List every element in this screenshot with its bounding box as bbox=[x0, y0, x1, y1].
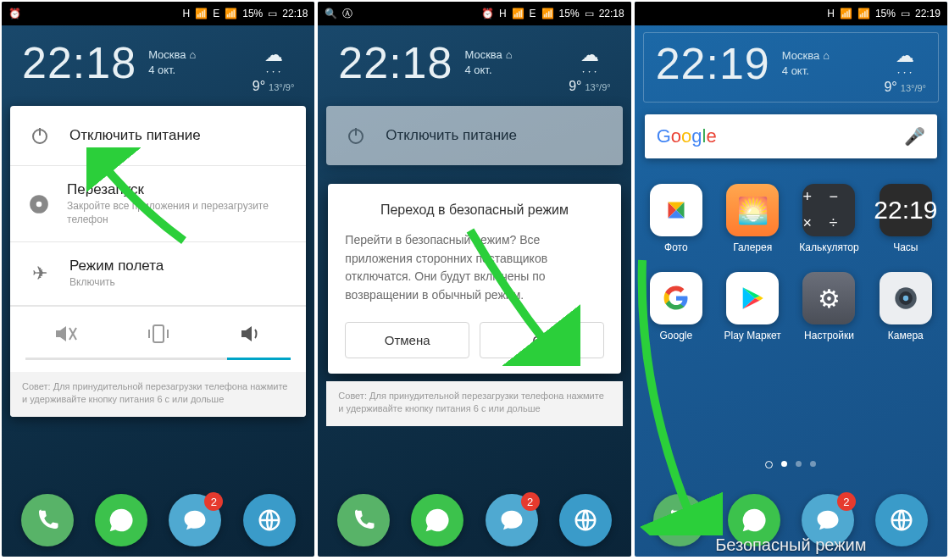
app-gallery[interactable]: 🌅Галерея bbox=[714, 184, 791, 253]
cloud-icon: ☁ bbox=[253, 44, 295, 66]
pager-dot bbox=[781, 461, 787, 467]
dialog-title: Переход в безопасный режим bbox=[345, 202, 603, 218]
restart-item[interactable]: Перезапуск Закройте все приложения и пер… bbox=[10, 166, 306, 242]
dock: 2 bbox=[2, 494, 314, 546]
power-off-item[interactable]: Отключить питание bbox=[10, 106, 306, 166]
sound-icon[interactable] bbox=[230, 319, 272, 349]
power-menu-tip: Совет: Для принудительной перезагрузки т… bbox=[326, 381, 622, 426]
screen-3-homescreen: H 📶 📶 15% ▭ 22:19 22:19 Москва ⌂ 4 окт. … bbox=[635, 2, 947, 557]
page-indicator[interactable] bbox=[635, 461, 947, 469]
dock-browser[interactable] bbox=[559, 494, 612, 546]
status-time: 22:18 bbox=[282, 8, 308, 19]
dock-browser[interactable] bbox=[875, 494, 928, 546]
dock-phone[interactable] bbox=[21, 494, 74, 546]
clock-weather: ☁ ˑ ˑ ˑ 9°13°/9° bbox=[253, 41, 295, 94]
airplane-icon: ✈ bbox=[25, 259, 54, 288]
power-menu: Отключить питание Перезапуск Закройте вс… bbox=[10, 106, 306, 417]
net-type-icon: E bbox=[213, 8, 219, 19]
svg-point-3 bbox=[36, 201, 42, 207]
safemode-dialog: Переход в безопасный режим Перейти в без… bbox=[328, 184, 620, 374]
mute-icon[interactable] bbox=[44, 319, 86, 349]
power-menu-tip: Совет: Для принудительной перезагрузки т… bbox=[10, 372, 306, 417]
signal-icon: 📶 bbox=[195, 8, 208, 19]
alarm-icon: ⏰ bbox=[8, 8, 21, 19]
clock-widget[interactable]: 22:18 Москва ⌂ 4 окт. ☁ˑ ˑ ˑ 9°13°/9° bbox=[326, 32, 622, 101]
status-bar: 🔍 Ⓐ ⏰ H 📶 E 📶 15% ▭ 22:18 bbox=[318, 2, 630, 25]
dialog-body: Перейти в безопасный режим? Все приложен… bbox=[345, 231, 603, 305]
clock-info: Москва ⌂ 4 окт. bbox=[148, 41, 196, 94]
vibrate-icon[interactable] bbox=[137, 319, 180, 349]
pager-home-icon bbox=[765, 461, 773, 469]
dock-whatsapp[interactable] bbox=[95, 494, 147, 546]
battery-pct: 15% bbox=[242, 8, 263, 19]
app-google[interactable]: Google bbox=[638, 272, 714, 341]
battery-icon: ▭ bbox=[901, 8, 910, 19]
dock-phone[interactable] bbox=[653, 494, 706, 546]
alarm-icon: ⏰ bbox=[481, 8, 494, 19]
safemode-label: Безопасный режим bbox=[715, 535, 866, 555]
google-search-bar[interactable]: Google 🎤 bbox=[645, 114, 937, 158]
power-icon bbox=[25, 121, 54, 150]
google-logo: Google bbox=[657, 125, 717, 147]
dock: 2 bbox=[318, 494, 630, 546]
sound-mode-row bbox=[10, 306, 306, 358]
restart-icon bbox=[25, 190, 52, 219]
dock-whatsapp[interactable] bbox=[411, 494, 463, 546]
clock-widget[interactable]: 22:19 Москва ⌂ 4 окт. ☁ˑ ˑ ˑ 9°13°/9° bbox=[643, 32, 939, 103]
svg-point-15 bbox=[903, 296, 908, 301]
dock-messages-badge: 2 bbox=[204, 492, 223, 511]
clock-widget[interactable]: 22:18 Москва ⌂ 4 окт. ☁ ˑ ˑ ˑ 9°13°/9° bbox=[10, 32, 306, 101]
app-clock[interactable]: 22:19 Часы bbox=[868, 184, 944, 253]
dialog-ok-button[interactable]: OK bbox=[480, 322, 604, 358]
app-grid: Фото 🌅Галерея +−×÷ Калькулятор 22:19 Час… bbox=[638, 184, 944, 341]
app-play-store[interactable]: Play Маркет bbox=[714, 272, 791, 341]
screen-1-power-menu: ⏰ H 📶 E 📶 15% ▭ 22:18 22:18 Москва ⌂ 4 о… bbox=[2, 2, 314, 557]
app-photos[interactable]: Фото bbox=[638, 184, 714, 253]
dialog-cancel-button[interactable]: Отмена bbox=[345, 322, 469, 358]
battery-icon: ▭ bbox=[268, 8, 277, 19]
airplane-item[interactable]: ✈ Режим полета Включить bbox=[10, 242, 306, 306]
dock-messages[interactable]: 2 bbox=[486, 494, 538, 546]
clock-time: 22:18 bbox=[22, 41, 136, 94]
a-icon: Ⓐ bbox=[342, 7, 352, 21]
signal-icon: 📶 bbox=[512, 8, 524, 19]
status-bar: H 📶 📶 15% ▭ 22:19 bbox=[635, 2, 947, 25]
mic-icon[interactable]: 🎤 bbox=[904, 126, 925, 147]
status-bar: ⏰ H 📶 E 📶 15% ▭ 22:18 bbox=[2, 2, 314, 25]
net-type-icon: H bbox=[183, 8, 191, 19]
signal-icon: 📶 bbox=[857, 8, 870, 19]
power-menu-dimmed: Отключить питание bbox=[326, 106, 622, 165]
screen-2-safemode-dialog: 🔍 Ⓐ ⏰ H 📶 E 📶 15% ▭ 22:18 22:18 Москва ⌂… bbox=[318, 2, 630, 557]
pager-dot bbox=[796, 461, 802, 467]
app-calculator[interactable]: +−×÷ Калькулятор bbox=[791, 184, 867, 253]
dock-messages[interactable]: 2 bbox=[169, 494, 221, 546]
pager-dot bbox=[810, 461, 816, 467]
search-icon: 🔍 bbox=[325, 8, 337, 19]
app-camera[interactable]: Камера bbox=[868, 272, 944, 341]
volume-slider[interactable] bbox=[25, 358, 291, 360]
dock-phone[interactable] bbox=[337, 494, 390, 546]
signal-icon: 📶 bbox=[840, 8, 852, 19]
app-settings[interactable]: ⚙Настройки bbox=[791, 272, 867, 341]
signal-icon: 📶 bbox=[225, 8, 237, 19]
home-icon: ⌂ bbox=[190, 47, 197, 63]
battery-icon: ▭ bbox=[585, 8, 594, 19]
signal-icon: 📶 bbox=[541, 8, 554, 19]
dock-browser[interactable] bbox=[243, 494, 296, 546]
svg-rect-6 bbox=[153, 325, 164, 342]
